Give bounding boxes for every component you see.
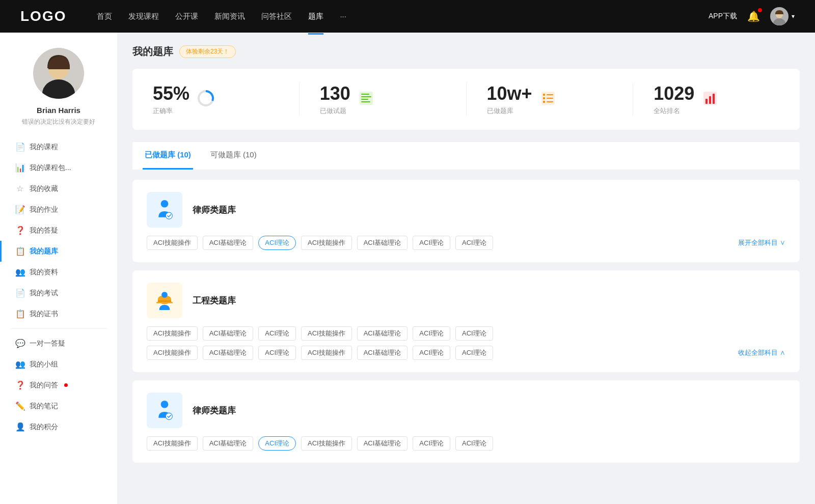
collapse-button[interactable]: 收起全部科目 ∧ [738,348,785,357]
tag-eng-skill-3[interactable]: ACI技能操作 [147,346,198,360]
tag-eng-theory-5[interactable]: ACI理论 [413,346,450,360]
tag-aci-skill-2[interactable]: ACI技能操作 [301,236,352,250]
stat-accuracy-value-wrapper: 55% 正确率 [153,83,189,116]
sidebar-item-course-packages[interactable]: 📊 我的课程包... [0,157,117,178]
profile-name: Brian Harris [37,106,80,115]
sidebar-item-notes-label: 我的笔记 [30,402,58,411]
app-download-button[interactable]: APP下载 [709,12,737,21]
tag-law2-theory-3[interactable]: ACI理论 [455,436,493,451]
bank-card-engineer-header: 工程类题库 [147,283,785,318]
tab-available-banks[interactable]: 可做题库 (10) [208,142,259,170]
sidebar-item-group[interactable]: 👥 我的小组 [0,354,117,375]
sidebar-item-questions[interactable]: ❓ 我的问答 [0,375,117,396]
exam-icon: 📄 [15,288,24,298]
nav-qa[interactable]: 问答社区 [261,10,292,23]
tag-law2-theory-2[interactable]: ACI理论 [413,436,450,451]
bank-card-lawyer-1: 律师类题库 ACI技能操作 ACI基础理论 ACI理论 ACI技能操作 ACI基… [132,180,800,262]
book-icon [358,90,375,109]
sidebar-item-exam[interactable]: 📄 我的考试 [0,283,117,303]
tag-eng-theory-6[interactable]: ACI理论 [455,346,493,360]
bank-card-lawyer-1-tags: ACI技能操作 ACI基础理论 ACI理论 ACI技能操作 ACI基础理论 AC… [147,236,785,250]
sidebar-item-my-qa[interactable]: ❓ 我的答疑 [0,220,117,241]
tag-eng-theory-3[interactable]: ACI理论 [455,326,493,341]
stat-accuracy-value: 55% [153,83,189,104]
tag-aci-theory-2[interactable]: ACI理论 [413,236,450,250]
nav-news[interactable]: 新闻资讯 [214,10,245,23]
bank-card-lawyer-2-title: 律师类题库 [193,405,236,416]
sidebar-item-one-on-one[interactable]: 💬 一对一答疑 [0,333,117,354]
sidebar-item-favorites[interactable]: ☆ 我的收藏 [0,178,117,199]
sidebar-item-notes[interactable]: ✏️ 我的笔记 [0,396,117,416]
sidebar-menu: 📄 我的课程 📊 我的课程包... ☆ 我的收藏 📝 我的作业 ❓ 我的答疑 📋 [0,136,117,437]
main-header: LOGO 首页 发现课程 公开课 新闻资讯 问答社区 题库 ··· APP下载 … [0,0,815,33]
sidebar-item-courses[interactable]: 📄 我的课程 [0,136,117,157]
lawyer-icon-wrapper-1 [147,192,182,228]
tag-aci-skill-1[interactable]: ACI技能操作 [147,236,198,250]
sidebar-item-questions-label: 我的问答 [30,381,58,390]
tag-eng-theory-2[interactable]: ACI理论 [413,326,450,341]
sidebar-item-one-on-one-label: 一对一答疑 [30,339,65,348]
stat-done-banks: 10w+ 已做题库 [487,83,634,116]
sidebar-item-course-packages-label: 我的课程包... [30,163,71,173]
notification-bell-icon[interactable]: 🔔 [747,10,760,22]
tag-law2-base-2[interactable]: ACI基础理论 [357,436,408,451]
list-icon [539,90,557,109]
page-header: 我的题库 体验剩余23天！ [132,45,800,59]
tab-done-banks[interactable]: 已做题库 (10) [143,142,193,170]
svg-rect-22 [709,96,711,104]
tag-aci-theory-base-1[interactable]: ACI基础理论 [203,236,254,250]
tag-eng-base-1[interactable]: ACI基础理论 [203,326,254,341]
sidebar-item-question-bank[interactable]: 📋 我的题库 [0,241,117,262]
svg-rect-9 [361,94,369,95]
sidebar-item-homework[interactable]: 📝 我的作业 [0,199,117,220]
notes-icon: ✏️ [15,401,24,411]
tag-eng-base-4[interactable]: ACI基础理论 [357,346,408,360]
tag-eng-skill-1[interactable]: ACI技能操作 [147,326,198,341]
tag-eng-theory-1[interactable]: ACI理论 [258,326,296,341]
questions-icon: ❓ [15,380,24,390]
svg-rect-17 [547,98,553,99]
sidebar-item-profile[interactable]: 👥 我的资料 [0,262,117,283]
tag-law2-base-1[interactable]: ACI基础理论 [203,436,254,451]
user-avatar [770,7,789,25]
engineer-icon-wrapper [147,283,182,318]
tag-eng-base-2[interactable]: ACI基础理论 [357,326,408,341]
notification-badge [758,8,762,12]
favorites-icon: ☆ [15,184,24,193]
nav-discover[interactable]: 发现课程 [128,10,159,23]
sidebar-item-certificate[interactable]: 📋 我的证书 [0,303,117,324]
bank-card-engineer-title: 工程类题库 [193,295,236,306]
stat-ranking: 1029 全站排名 [654,83,779,116]
tag-eng-theory-4[interactable]: ACI理论 [258,346,296,360]
tag-aci-theory-1[interactable]: ACI理论 [258,236,296,250]
tag-eng-skill-2[interactable]: ACI技能操作 [301,326,352,341]
nav-opencourse[interactable]: 公开课 [175,10,198,23]
lawyer-icon-wrapper-2 [147,393,182,428]
stat-accuracy-label: 正确率 [153,106,189,116]
sidebar-item-exam-label: 我的考试 [30,289,58,298]
tag-aci-theory-base-2[interactable]: ACI基础理论 [357,236,408,250]
user-avatar-button[interactable]: ▾ [770,7,795,25]
tag-law2-skill-2[interactable]: ACI技能操作 [301,436,352,451]
tag-eng-skill-4[interactable]: ACI技能操作 [301,346,352,360]
questions-notification-dot [64,383,68,387]
stat-ranking-value: 1029 [654,83,694,104]
svg-rect-23 [713,94,715,104]
tag-eng-base-3[interactable]: ACI基础理论 [203,346,254,360]
nav-home[interactable]: 首页 [97,10,112,23]
expand-button-1[interactable]: 展开全部科目 ∨ [738,238,785,247]
svg-rect-11 [361,99,368,100]
bank-card-engineer-tags-row1: ACI技能操作 ACI基础理论 ACI理论 ACI技能操作 ACI基础理论 AC… [147,326,785,341]
main-container: Brian Harris 错误的决定比没有决定要好 📄 我的课程 📊 我的课程包… [0,33,815,504]
stat-done-banks-value-wrapper: 10w+ 已做题库 [487,83,532,116]
svg-point-30 [161,401,169,408]
sidebar-item-points[interactable]: 👤 我的积分 [0,416,117,437]
header-right: APP下载 🔔 ▾ [709,7,795,25]
nav-more[interactable]: ··· [340,10,346,23]
nav-questions[interactable]: 题库 [308,10,323,23]
tag-law2-skill-1[interactable]: ACI技能操作 [147,436,198,451]
sidebar-item-certificate-label: 我的证书 [30,310,58,319]
tag-law2-theory-1[interactable]: ACI理论 [258,436,296,451]
courses-icon: 📄 [15,142,24,152]
tag-aci-theory-3[interactable]: ACI理论 [455,236,493,250]
